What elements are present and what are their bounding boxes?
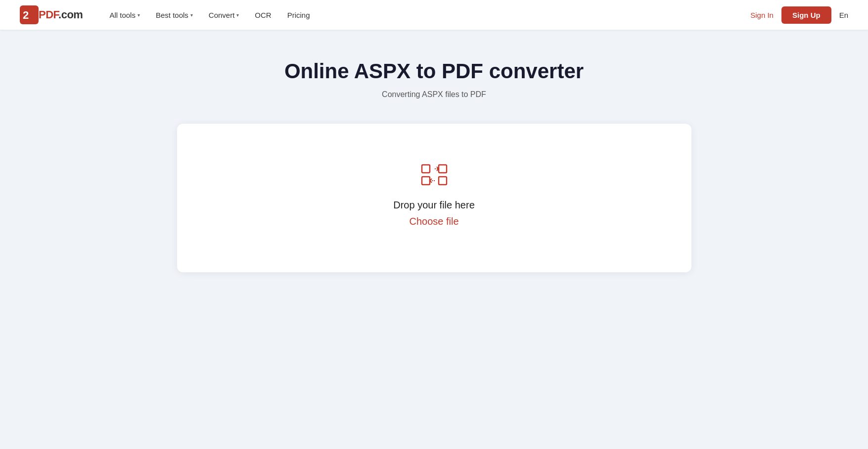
drop-text: Drop your file here	[393, 200, 475, 211]
drop-zone-wrapper: Drop your file here Choose file	[177, 124, 691, 272]
main-content: Online ASPX to PDF converter Converting …	[0, 30, 868, 272]
choose-file-button[interactable]: Choose file	[409, 216, 458, 227]
svg-rect-2	[422, 165, 430, 173]
page-subtitle: Converting ASPX files to PDF	[382, 90, 486, 99]
language-selector[interactable]: En	[839, 11, 848, 19]
nav-all-tools[interactable]: All tools ▾	[102, 7, 147, 23]
sign-up-button[interactable]: Sign Up	[781, 6, 831, 24]
sign-in-link[interactable]: Sign In	[750, 11, 774, 19]
chevron-down-icon: ▾	[190, 12, 193, 18]
logo-icon: 2	[20, 5, 39, 24]
page-title: Online ASPX to PDF converter	[284, 59, 584, 83]
svg-rect-4	[439, 165, 447, 173]
logo-text: PDF.com	[39, 8, 83, 21]
file-convert-icon	[421, 164, 448, 188]
nav-pricing[interactable]: Pricing	[280, 7, 317, 23]
svg-rect-3	[422, 177, 430, 185]
navbar: 2 PDF.com All tools ▾ Best tools ▾ Conve…	[0, 0, 868, 30]
nav-best-tools[interactable]: Best tools ▾	[149, 7, 200, 23]
chevron-down-icon: ▾	[236, 12, 239, 18]
nav-links: All tools ▾ Best tools ▾ Convert ▾ OCR P…	[102, 7, 750, 23]
drop-zone[interactable]: Drop your file here Choose file	[177, 124, 691, 272]
logo[interactable]: 2 PDF.com	[20, 5, 83, 24]
nav-ocr[interactable]: OCR	[248, 7, 278, 23]
svg-text:2: 2	[23, 9, 29, 21]
nav-right: Sign In Sign Up En	[750, 6, 848, 24]
nav-convert[interactable]: Convert ▾	[202, 7, 246, 23]
svg-rect-5	[439, 177, 447, 185]
chevron-down-icon: ▾	[137, 12, 140, 18]
